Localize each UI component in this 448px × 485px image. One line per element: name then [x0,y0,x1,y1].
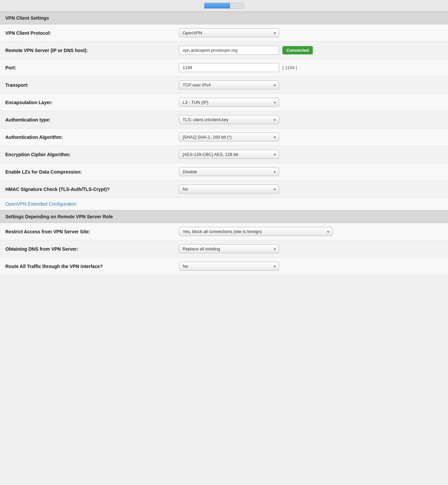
transport-select-wrapper: TCP over IPv4 UDP over IPv4 TCP over IPv… [179,80,279,89]
authentication-type-row: Authentication type: TLS: client.crt/cli… [0,111,448,129]
extended-config-row: OpenVPN Extended Configuration [0,198,448,210]
encapsulation-layer-select-wrapper: L3 - TUN (IP) L2 - TAP (Ethernet) ▼ [179,98,279,107]
vpn-client-protocol-control: OpenVPN WireGuard IPsec ▼ [179,28,443,37]
hmac-signature-check-select[interactable]: No TLS-Auth TLS-Crypt [179,185,279,194]
authentication-algorithm-label: Authentication Algorithm: [5,135,179,140]
route-all-traffic-vpn-select[interactable]: No Yes [179,262,279,271]
route-all-traffic-vpn-label: Route All Traffic through the VPN interf… [5,264,179,269]
progress-fill [204,3,230,8]
vpn-client-protocol-select-wrapper: OpenVPN WireGuard IPsec ▼ [179,28,279,37]
authentication-type-control: TLS: client.crt/client.key TLS: username… [179,115,443,124]
port-hint: [ 1194 ] [282,65,297,70]
obtaining-dns-vpn-server-row: Obtaining DNS from VPN Server: Replace a… [0,240,448,258]
port-row: Port: [ 1194 ] [0,59,448,76]
vpn-client-protocol-row: VPN Client Protocol: OpenVPN WireGuard I… [0,24,448,42]
remote-vpn-server-control: Connected [179,46,443,55]
restrict-access-vpn-server-site-select[interactable]: Yes, block all connections (site is fore… [179,227,332,236]
progress-container [204,3,244,9]
remote-server-settings-header: Settings Depending on Remote VPN Server … [0,210,448,223]
enable-lzx-compression-label: Enable LZx for Data Compression: [5,169,179,175]
authentication-algorithm-select-wrapper: [SHA1] SHA-1, 160 bit (*) [SHA256] SHA-2… [179,133,279,142]
vpn-client-protocol-label: VPN Client Protocol: [5,30,179,36]
obtaining-dns-vpn-server-label: Obtaining DNS from VPN Server: [5,246,179,252]
hmac-signature-check-select-wrapper: No TLS-Auth TLS-Crypt ▼ [179,185,279,194]
transport-label: Transport: [5,82,179,88]
remote-vpn-server-row: Remote VPN Server (IP or DNS host): Conn… [0,42,448,59]
hmac-signature-check-row: HMAC Signature Check (TLS-Auth/TLS-Crypt… [0,181,448,198]
vpn-client-protocol-select[interactable]: OpenVPN WireGuard IPsec [179,28,279,37]
main-container: VPN Client Settings VPN Client Protocol:… [0,0,448,275]
enable-lzx-compression-select[interactable]: Disable LZO LZ4 [179,167,279,176]
enable-lzx-compression-control: Disable LZO LZ4 ▼ [179,167,443,176]
progress-bar [204,3,244,9]
authentication-type-label: Authentication type: [5,117,179,123]
encryption-cipher-algorithm-select-wrapper: [AES-128-CBC] AES, 128 bit [AES-256-CBC]… [179,150,279,159]
encapsulation-layer-label: Encapsulation Layer: [5,100,179,105]
authentication-type-select[interactable]: TLS: client.crt/client.key TLS: username… [179,115,279,124]
transport-select[interactable]: TCP over IPv4 UDP over IPv4 TCP over IPv… [179,80,279,89]
port-control: [ 1194 ] [179,63,443,72]
encryption-cipher-algorithm-control: [AES-128-CBC] AES, 128 bit [AES-256-CBC]… [179,150,443,159]
transport-row: Transport: TCP over IPv4 UDP over IPv4 T… [0,76,448,94]
route-all-traffic-vpn-select-wrapper: No Yes ▼ [179,262,279,271]
top-bar [0,0,448,12]
authentication-algorithm-control: [SHA1] SHA-1, 160 bit (*) [SHA256] SHA-2… [179,133,443,142]
port-input[interactable] [179,63,279,72]
hmac-signature-check-control: No TLS-Auth TLS-Crypt ▼ [179,185,443,194]
enable-lzx-compression-select-wrapper: Disable LZO LZ4 ▼ [179,167,279,176]
route-all-traffic-vpn-row: Route All Traffic through the VPN interf… [0,258,448,275]
encryption-cipher-algorithm-select[interactable]: [AES-128-CBC] AES, 128 bit [AES-256-CBC]… [179,150,279,159]
connected-badge: Connected [282,46,313,54]
encapsulation-layer-select[interactable]: L3 - TUN (IP) L2 - TAP (Ethernet) [179,98,279,107]
encryption-cipher-algorithm-row: Encryption Cipher Algorithm: [AES-128-CB… [0,146,448,163]
port-label: Port: [5,65,179,70]
authentication-algorithm-row: Authentication Algorithm: [SHA1] SHA-1, … [0,129,448,146]
remote-vpn-server-label: Remote VPN Server (IP or DNS host): [5,48,179,53]
extended-config-link[interactable]: OpenVPN Extended Configuration [5,201,76,207]
encryption-cipher-algorithm-label: Encryption Cipher Algorithm: [5,152,179,157]
authentication-type-select-wrapper: TLS: client.crt/client.key TLS: username… [179,115,279,124]
encapsulation-layer-control: L3 - TUN (IP) L2 - TAP (Ethernet) ▼ [179,98,443,107]
restrict-access-vpn-server-site-row: Restrict Access from VPN Server Site: Ye… [0,223,448,240]
vpn-client-settings-header: VPN Client Settings [0,12,448,24]
restrict-access-vpn-server-site-control: Yes, block all connections (site is fore… [179,227,443,236]
transport-control: TCP over IPv4 UDP over IPv4 TCP over IPv… [179,80,443,89]
obtaining-dns-vpn-server-select[interactable]: Replace all existing Add to existing Dis… [179,244,279,253]
authentication-algorithm-select[interactable]: [SHA1] SHA-1, 160 bit (*) [SHA256] SHA-2… [179,133,279,142]
hmac-signature-check-label: HMAC Signature Check (TLS-Auth/TLS-Crypt… [5,187,179,192]
remote-vpn-server-input[interactable] [179,46,279,55]
restrict-access-vpn-server-site-select-wrapper: Yes, block all connections (site is fore… [179,227,332,236]
enable-lzx-compression-row: Enable LZx for Data Compression: Disable… [0,163,448,181]
encapsulation-layer-row: Encapsulation Layer: L3 - TUN (IP) L2 - … [0,94,448,111]
route-all-traffic-vpn-control: No Yes ▼ [179,262,443,271]
obtaining-dns-vpn-server-control: Replace all existing Add to existing Dis… [179,244,443,253]
obtaining-dns-vpn-server-select-wrapper: Replace all existing Add to existing Dis… [179,244,279,253]
restrict-access-vpn-server-site-label: Restrict Access from VPN Server Site: [5,229,179,234]
